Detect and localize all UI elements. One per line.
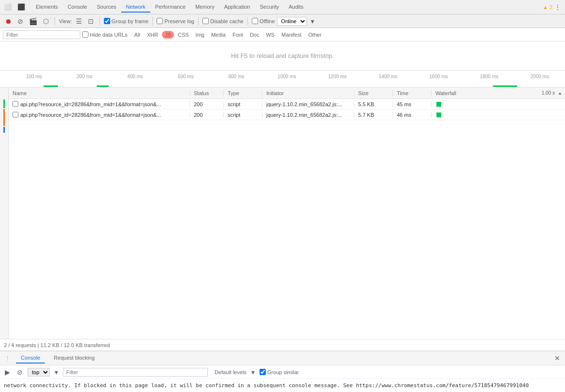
table-row[interactable]: api.php?resource_id=28286&from_mid=1&&fo… [9,99,565,110]
console-run-icon[interactable]: ▶ [3,367,12,377]
group-by-frame-checkbox[interactable]: Group by frame [104,18,148,24]
row2-waterfall [432,112,565,117]
disable-cache-checkbox[interactable]: Disable cache [203,18,244,24]
filmstrip-area: Hit F5 to reload and capture filmstrip. [0,42,565,70]
console-levels-label: Default levels [215,369,246,375]
separator-1 [55,17,55,26]
console-filter-input[interactable] [63,368,208,377]
tab-memory[interactable]: Memory [190,2,219,13]
offline-checkbox[interactable]: Offline [252,18,275,24]
filter-button[interactable]: ⬡ [41,16,51,26]
header-waterfall[interactable]: Waterfall 1.00 s ▴ [432,90,565,96]
tab-network[interactable]: Network [121,2,150,13]
tab-console[interactable]: Console [63,2,92,13]
more-options-icon[interactable]: ⋮ [552,2,563,12]
filter-type-all[interactable]: All [131,31,143,39]
timeline-mark-1600ms: 1600 ms [413,74,464,79]
green-timeline-bar-2 [97,85,109,87]
filter-type-js[interactable]: JS [162,31,174,39]
filter-type-font[interactable]: Font [230,31,246,39]
close-console-icon[interactable]: ✕ [552,353,562,363]
timeline-mark-400ms: 400 ms [110,74,160,79]
row2-checkbox[interactable] [13,112,18,118]
timeline-mark-1400ms: 1400 ms [362,74,413,79]
view-list-icon[interactable]: ☰ [74,16,84,26]
throttle-expand-icon[interactable]: ▾ [309,16,316,26]
row2-type: script [224,112,262,118]
console-message-text: network connectivity. If blocked in this… [4,382,529,389]
timeline-mark-200ms: 200 ms [59,74,110,79]
console-block-icon[interactable]: ⊘ [15,367,25,377]
tab-audits[interactable]: Audits [284,2,308,13]
header-initiator[interactable]: Initiator [262,90,354,96]
network-throttle-select[interactable]: Online [277,17,307,26]
group-similar-checkbox[interactable]: Group similar [260,369,299,375]
warning-badge[interactable]: ▲ 2 [543,4,552,10]
filter-type-img[interactable]: Img [193,31,207,39]
header-time[interactable]: Time [393,90,432,96]
row2-status: 200 [190,112,224,118]
console-context-select[interactable]: top [28,368,50,377]
status-bar: 2 / 4 requests | 11.2 KB / 12.0 KB trans… [0,339,565,350]
tab-security[interactable]: Security [255,2,284,13]
network-toolbar: ⏺ ⊘ 🎬 ⬡ View: ☰ ⊡ Group by frame Preserv… [0,14,565,28]
filter-type-xhr[interactable]: XHR [144,31,161,39]
row2-size: 5.7 KB [354,112,393,118]
view-label: View: [59,18,72,24]
filter-type-manifest[interactable]: Manifest [278,31,304,39]
activity-bar-orange [3,109,5,126]
preserve-log-checkbox[interactable]: Preserve log [157,18,194,24]
hide-data-urls-checkbox[interactable]: Hide data URLs [82,31,128,38]
row2-waterfall-bar [436,112,441,117]
separator-3 [152,17,153,26]
header-size[interactable]: Size [354,90,393,96]
waterfall-time: 1.00 s [542,90,555,96]
filter-type-buttons: All XHR JS CSS Img Media Font Doc WS Man… [131,31,325,39]
row1-checkbox[interactable] [13,101,18,107]
console-levels-expand-icon[interactable]: ▾ [249,367,257,377]
header-name[interactable]: Name [9,90,190,96]
header-status[interactable]: Status [190,90,224,96]
tab-icons: ⬜ ⬛ [2,2,27,12]
stop-button[interactable]: ⊘ [15,16,25,26]
record-button[interactable]: ⏺ [3,16,14,26]
table-row[interactable]: api.php?resource_id=28286&from_mid=1&&fo… [9,110,565,120]
separator-4 [198,17,199,26]
timeline-labels: 100 ms 200 ms 400 ms 600 ms 800 ms 1000 … [9,70,565,87]
table-header: Name Status Type Initiator Size Time Wat… [9,87,565,99]
waterfall-sort-icon: ▴ [559,90,561,96]
row1-size: 5.5 KB [354,101,393,107]
timeline-mark-600ms: 600 ms [160,74,211,79]
devtools-tab-bar: ⬜ ⬛ Elements Console Sources Network Per… [0,0,565,14]
devtools-dock-icon[interactable]: ⬛ [15,2,27,12]
activity-bar-green-1 [3,99,5,108]
tab-sources[interactable]: Sources [92,2,121,13]
filter-type-media[interactable]: Media [208,31,229,39]
activity-bar-blue [3,127,5,133]
filter-type-doc[interactable]: Doc [247,31,262,39]
filter-type-other[interactable]: Other [305,31,325,39]
tab-performance[interactable]: Performance [150,2,190,13]
filter-type-ws[interactable]: WS [263,31,277,39]
bottom-tab-request-blocking[interactable]: Request blocking [49,353,99,364]
devtools-menu-icon[interactable]: ⬜ [2,2,14,12]
filter-type-css[interactable]: CSS [175,31,192,39]
filter-input[interactable] [3,30,80,39]
green-timeline-bar-3 [493,85,517,87]
camera-button[interactable]: 🎬 [27,16,39,26]
bottom-tab-console[interactable]: Console [16,353,45,364]
tab-elements[interactable]: Elements [31,2,63,13]
bottom-panel-menu-icon[interactable]: ⋮ [3,354,12,363]
console-context-expand-icon[interactable]: ▾ [53,367,60,377]
header-type[interactable]: Type [224,90,262,96]
timeline-ruler: 100 ms 200 ms 400 ms 600 ms 800 ms 1000 … [0,70,565,87]
left-activity-strip [0,87,9,339]
row1-name: api.php?resource_id=28286&from_mid=1&&fo… [9,101,190,107]
view-grid-icon[interactable]: ⊡ [86,16,96,26]
tab-application[interactable]: Application [219,2,255,13]
timeline-mark-1000ms: 1000 ms [261,74,312,79]
console-filter-bar: ▶ ⊘ top ▾ Default levels ▾ Group similar [0,365,565,378]
filter-bar: Hide data URLs All XHR JS CSS Img Media … [0,28,565,42]
row1-time: 45 ms [393,101,432,107]
green-timeline-bar-1 [43,85,58,87]
